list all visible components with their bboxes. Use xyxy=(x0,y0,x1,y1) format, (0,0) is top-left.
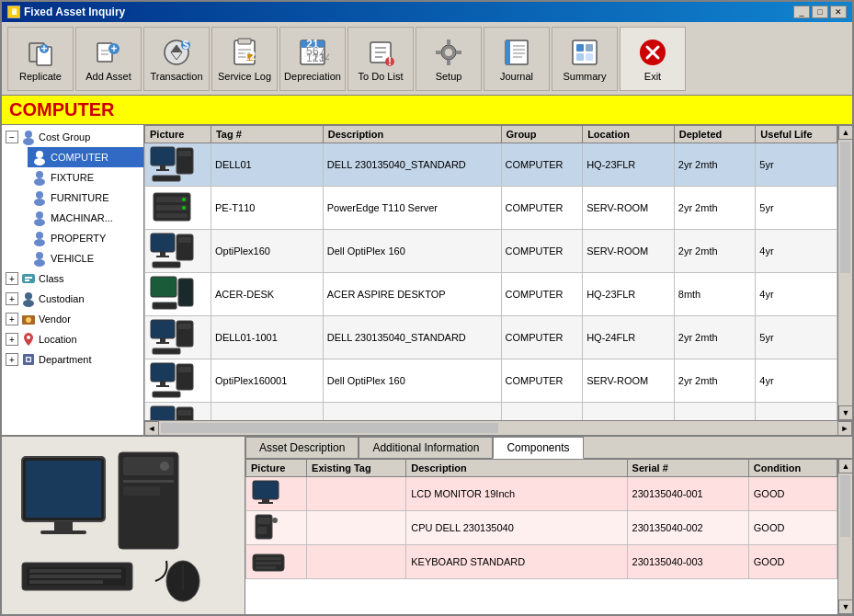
asset-table-scrollbar-h[interactable]: ◄ ► xyxy=(144,420,852,435)
comp-serial: 230135040-001 xyxy=(627,477,748,511)
list-item[interactable]: LCD MONITOR 19Inch 230135040-001 GOOD xyxy=(246,477,837,511)
scroll-track-h[interactable] xyxy=(161,423,498,433)
svg-point-62 xyxy=(36,191,43,199)
comp-scroll-down[interactable]: ▼ xyxy=(838,599,852,614)
sidebar-item-vendor[interactable]: + Vendor xyxy=(2,309,143,329)
svg-rect-52 xyxy=(586,53,593,61)
depreciation-button[interactable]: 21 5 6 7 12 13 14 Depreciation xyxy=(279,27,346,91)
minimize-button[interactable]: _ xyxy=(793,6,810,18)
sidebar-item-cost-group[interactable]: − Cost Group xyxy=(2,127,143,147)
col-tag: Tag # xyxy=(211,126,323,143)
sidebar-item-furniture[interactable]: FURNITURE xyxy=(28,188,143,208)
add-asset-icon: + xyxy=(92,36,125,69)
asset-table-scrollbar-v[interactable]: ▲ ▼ xyxy=(837,125,852,420)
vehicle-icon xyxy=(31,250,48,267)
asset-description: PowerEdge T110 Server xyxy=(323,187,501,230)
list-item[interactable]: CPU DELL 230135040 230135040-002 GOOD xyxy=(246,511,837,545)
service-log-button[interactable]: 12 Service Log xyxy=(211,27,278,91)
svg-rect-107 xyxy=(153,348,180,354)
service-log-icon: 12 xyxy=(228,36,261,69)
comp-col-picture: Picture xyxy=(246,460,307,477)
svg-point-58 xyxy=(36,151,43,158)
scroll-track-v[interactable] xyxy=(840,142,850,273)
comp-scroll-track[interactable] xyxy=(840,475,850,537)
sidebar-item-location[interactable]: + Location xyxy=(2,329,143,349)
scroll-right-btn[interactable]: ► xyxy=(837,421,852,435)
table-row[interactable]: OptiPlex160 Dell OptiPlex 160 COMPUTER S… xyxy=(145,230,837,273)
maximize-button[interactable]: □ xyxy=(812,6,828,18)
table-row[interactable]: PE-T110 PowerEdge T110 Server COMPUTER S… xyxy=(145,187,837,230)
vendor-expand[interactable]: + xyxy=(6,313,18,325)
machinery-icon xyxy=(31,210,48,226)
asset-useful-life: 4yr xyxy=(756,403,837,421)
list-item[interactable]: KEYBOARD STANDARD 230135040-003 GOOD xyxy=(246,545,837,579)
tab-additional-info[interactable]: Additional Information xyxy=(359,437,493,458)
asset-thumbnail xyxy=(145,273,211,316)
todo-button[interactable]: ! To Do List xyxy=(347,27,414,91)
comp-description: CPU DELL 230135040 xyxy=(406,511,627,545)
fixture-label: FIXTURE xyxy=(51,172,94,183)
scroll-down-btn[interactable]: ▼ xyxy=(838,405,852,420)
journal-label: Journal xyxy=(500,71,533,82)
comp-scrollbar-v[interactable]: ▲ ▼ xyxy=(837,459,852,614)
sidebar-item-fixture[interactable]: FIXTURE xyxy=(28,167,143,188)
svg-point-80 xyxy=(27,358,30,361)
setup-button[interactable]: Setup xyxy=(416,27,482,91)
svg-rect-123 xyxy=(40,530,86,534)
title-bar: 🖥 Fixed Asset Inquiry _ □ ✕ xyxy=(2,2,852,22)
custodian-expand[interactable]: + xyxy=(6,292,18,305)
svg-text:$: $ xyxy=(183,39,189,51)
table-row[interactable]: DELL01-1001 DELL 230135040_STANDARD COMP… xyxy=(145,316,837,359)
svg-rect-144 xyxy=(256,557,281,560)
asset-location: SERV-ROOM xyxy=(583,359,675,403)
furniture-icon xyxy=(31,189,48,206)
table-row[interactable]: DELL01 DELL 230135040_STANDARD COMPUTER … xyxy=(145,143,837,187)
asset-depleted: 2yr 2mth xyxy=(674,359,756,403)
svg-rect-106 xyxy=(178,324,191,329)
custodian-label: Custodian xyxy=(39,293,85,304)
table-row[interactable]: OptiPlex160002 Dell OptiPlex 160 COMPUTE… xyxy=(145,403,837,421)
cost-group-expand[interactable]: − xyxy=(6,131,18,143)
class-expand[interactable]: + xyxy=(6,272,18,285)
add-asset-button[interactable]: + Add Asset xyxy=(75,27,142,91)
sidebar-item-property[interactable]: PROPERTY xyxy=(28,228,143,248)
table-row[interactable]: ACER-DESK ACER ASPIRE DESKTOP COMPUTER H… xyxy=(145,273,837,316)
svg-rect-95 xyxy=(156,256,169,257)
transaction-button[interactable]: $ Transaction xyxy=(143,27,210,91)
asset-useful-life: 4yr xyxy=(756,359,837,403)
tab-asset-description[interactable]: Asset Description xyxy=(245,437,359,458)
svg-point-63 xyxy=(34,199,45,206)
sidebar-item-machinery[interactable]: MACHINAR... xyxy=(28,208,143,228)
sidebar-item-vehicle[interactable]: VEHICLE xyxy=(28,248,143,268)
asset-table-scroll[interactable]: Picture Tag # Description Group Location… xyxy=(144,125,837,420)
sidebar-item-custodian[interactable]: + Custodian xyxy=(2,289,143,309)
asset-depleted: 2yr 2mth xyxy=(674,403,756,421)
svg-rect-121 xyxy=(26,461,101,518)
components-scroll[interactable]: Picture Existing Tag Description Serial … xyxy=(245,459,837,614)
exit-button[interactable]: Exit xyxy=(620,27,686,91)
table-row[interactable]: OptiPlex160001 Dell OptiPlex 160 COMPUTE… xyxy=(145,359,837,403)
sidebar-item-computer[interactable]: COMPUTER xyxy=(28,147,143,167)
svg-point-37 xyxy=(445,49,452,56)
replicate-button[interactable]: + Replicate xyxy=(7,27,74,91)
journal-button[interactable]: Journal xyxy=(484,27,550,91)
asset-group: COMPUTER xyxy=(501,403,583,421)
department-expand[interactable]: + xyxy=(6,353,18,366)
scroll-up-btn[interactable]: ▲ xyxy=(838,125,852,140)
location-expand[interactable]: + xyxy=(6,333,18,346)
col-depleted: Depleted xyxy=(674,126,756,143)
svg-rect-109 xyxy=(160,382,165,385)
svg-rect-122 xyxy=(54,521,73,530)
close-button[interactable]: ✕ xyxy=(830,6,847,18)
svg-rect-141 xyxy=(257,527,267,534)
comp-scroll-up[interactable]: ▲ xyxy=(838,459,852,473)
sidebar-item-class[interactable]: + Class xyxy=(2,268,143,289)
summary-button[interactable]: Summary xyxy=(552,27,618,91)
exit-icon xyxy=(636,36,669,69)
scroll-left-btn[interactable]: ◄ xyxy=(144,421,159,435)
svg-rect-93 xyxy=(151,234,175,252)
svg-text:+: + xyxy=(110,42,117,55)
sidebar-item-department[interactable]: + Department xyxy=(2,349,143,370)
tab-components[interactable]: Components xyxy=(493,437,583,459)
svg-rect-83 xyxy=(156,169,169,171)
